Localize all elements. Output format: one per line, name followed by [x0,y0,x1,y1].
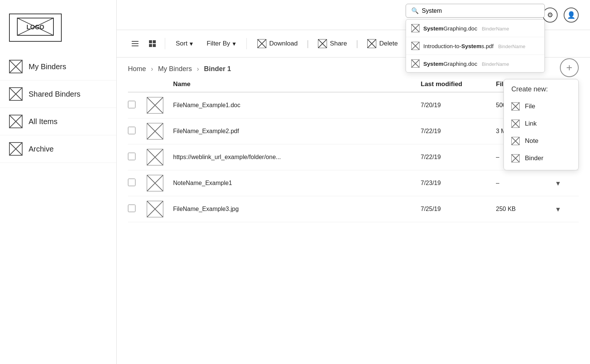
row-checkbox[interactable] [128,153,135,160]
delete-icon [367,39,376,48]
sidebar-item-all-items[interactable]: All Items [0,108,116,135]
pipe-separator: | [356,39,358,49]
create-binder-icon [511,154,520,162]
table-row: NoteName_Example1 7/23/19 – ▾ [128,170,579,196]
toolbar-separator [246,38,247,49]
file-icon [147,201,163,217]
pipe-separator: | [307,39,309,49]
search-dropdown: SystemGraphing.doc BinderName Introducti… [406,19,545,73]
file-icon [147,123,163,140]
row-checkbox-cell [128,101,147,110]
sidebar-item-label: Shared Binders [29,90,81,99]
share-icon [318,39,327,48]
row-size: – [496,180,556,187]
row-checkbox-cell [128,153,147,162]
settings-icon[interactable]: ⚙ [543,8,558,23]
row-icon-cell [147,201,173,217]
col-name: Name [173,80,421,88]
svg-text:LOGO: LOGO [26,24,44,30]
search-result-item[interactable]: SystemGraphing.doc BinderName [406,55,544,72]
col-modified: Last modified [421,80,496,88]
create-link-item[interactable]: Link [504,115,578,132]
create-new-button[interactable]: + [560,58,579,77]
logo: LOGO [9,14,62,42]
svg-rect-0 [17,18,53,35]
create-file-item[interactable]: File [504,98,578,115]
result-icon [411,24,420,32]
download-button[interactable]: Download [252,36,303,51]
sidebar-item-my-binders[interactable]: My Binders [0,53,116,80]
result-text: SystemGraphing.doc BinderName [423,61,509,67]
row-name: https://weblink_url_example/folder/one..… [173,154,421,161]
result-icon [411,42,420,50]
sidebar-item-label: My Binders [29,62,66,71]
sort-label: Sort [176,40,187,47]
create-link-icon [511,120,520,128]
breadcrumb-my-binders[interactable]: My Binders [158,65,192,73]
row-icon-cell [147,123,173,140]
all-items-icon [9,115,23,128]
table-row: FileName_Example3.jpg 7/25/19 250 KB ▾ [128,196,579,222]
row-name: NoteName_Example1 [173,180,421,187]
header-icons: ⚙ 👤 [543,8,579,23]
create-dropdown: Create new: File Link Note Binder [503,79,579,170]
create-binder-label: Binder [525,155,543,162]
row-modified: 7/20/19 [421,102,496,109]
create-link-label: Link [525,120,537,127]
row-modified: 7/22/19 [421,128,496,135]
list-view-button[interactable] [128,36,142,51]
create-note-label: Note [525,137,538,145]
search-area: 🔍 SystemGraphing.doc BinderName Introduc… [406,4,545,18]
sort-chevron-icon: ▾ [190,40,193,48]
sidebar-item-archive[interactable]: Archive [0,135,116,163]
delete-button[interactable]: Delete [362,36,403,51]
create-note-item[interactable]: Note [504,132,578,150]
expand-chevron-icon[interactable]: ▾ [556,205,560,213]
search-magnifier-icon: 🔍 [411,7,419,14]
sidebar-item-label: All Items [29,117,58,126]
row-checkbox[interactable] [128,127,135,134]
sort-button[interactable]: Sort ▾ [170,37,198,51]
download-icon [257,39,266,48]
row-expand-cell: ▾ [556,205,579,214]
my-binders-icon [9,60,23,73]
sidebar-item-shared-binders[interactable]: Shared Binders [0,80,116,108]
row-checkbox[interactable] [128,179,135,186]
breadcrumb-current: Binder 1 [204,65,231,73]
result-text: SystemGraphing.doc BinderName [423,25,509,32]
row-checkbox[interactable] [128,205,135,212]
sidebar-item-label: Archive [29,145,54,153]
row-icon-cell [147,149,173,165]
file-icon [147,149,163,165]
create-binder-item[interactable]: Binder [504,150,578,167]
row-checkbox-cell [128,127,147,136]
user-icon[interactable]: 👤 [564,8,579,23]
grid-view-button[interactable] [145,36,160,51]
shared-binders-icon [9,87,23,101]
share-button[interactable]: Share [313,36,352,51]
sidebar: LOGO My Binders Shared Binders All Items… [0,0,117,364]
breadcrumb-home[interactable]: Home [128,65,146,73]
expand-chevron-icon[interactable]: ▾ [556,179,560,187]
row-size: 250 KB [496,206,556,212]
search-input[interactable] [422,8,539,14]
col-check [128,80,147,88]
search-result-item[interactable]: Introduction-to-Systems.pdf BinderName [406,37,544,55]
row-checkbox[interactable] [128,101,135,108]
create-file-label: File [525,103,535,110]
row-modified: 7/23/19 [421,180,496,187]
file-icon [147,175,163,191]
result-icon [411,59,420,68]
filter-button[interactable]: Filter By ▾ [201,37,241,51]
create-header: Create new: [504,85,578,98]
logo-area: LOGO [0,8,116,53]
row-icon-cell [147,175,173,191]
row-checkbox-cell [128,179,147,188]
search-result-item[interactable]: SystemGraphing.doc BinderName [406,20,544,37]
row-expand-cell: ▾ [556,179,579,188]
svg-line-2 [17,18,53,35]
row-modified: 7/25/19 [421,206,496,212]
breadcrumb-sep: › [197,65,199,73]
search-box: 🔍 [406,4,545,18]
file-icon [147,97,163,114]
